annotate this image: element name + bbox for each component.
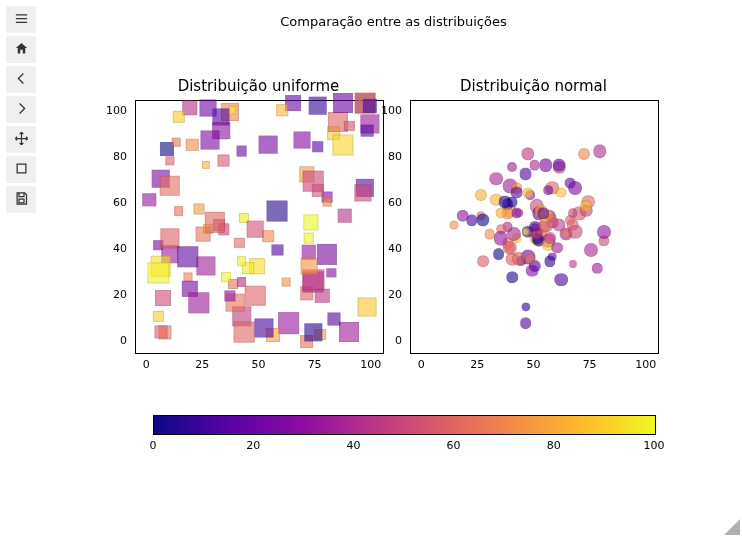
data-point: [493, 231, 508, 246]
data-point: [580, 200, 592, 212]
data-point: [217, 154, 230, 167]
data-point: [199, 99, 216, 116]
figure: Comparação entre as distribuições Distri…: [45, 0, 742, 537]
svg-rect-1: [19, 199, 24, 203]
data-point: [339, 322, 359, 342]
resize-grip[interactable]: [724, 519, 740, 535]
data-point: [548, 213, 557, 222]
data-point: [521, 303, 530, 312]
x-tick: 75: [308, 358, 322, 371]
data-point: [556, 187, 567, 198]
x-tick: 75: [583, 358, 597, 371]
subplot-normal[interactable]: [410, 100, 659, 354]
menu-button[interactable]: [6, 6, 36, 33]
data-point: [159, 176, 179, 196]
data-point: [233, 322, 254, 343]
data-point: [272, 244, 283, 255]
data-point: [475, 189, 487, 201]
data-point: [148, 262, 169, 283]
data-point: [247, 221, 264, 238]
data-point: [522, 228, 530, 236]
data-point: [519, 168, 532, 181]
data-point: [221, 272, 231, 282]
data-point: [344, 121, 354, 131]
x-tick: 100: [360, 358, 381, 371]
data-point: [278, 312, 300, 334]
data-point: [562, 230, 570, 238]
subplot2-title: Distribuição normal: [410, 77, 657, 95]
data-point: [294, 131, 311, 148]
data-point: [193, 203, 204, 214]
data-point: [510, 186, 523, 199]
x-tick: 0: [418, 358, 425, 371]
data-point: [520, 317, 532, 329]
data-point: [245, 285, 266, 306]
data-point: [259, 135, 278, 154]
data-point: [204, 212, 224, 232]
data-point: [172, 138, 181, 147]
forward-icon: [14, 101, 29, 119]
data-point: [201, 130, 220, 149]
save-button[interactable]: [6, 186, 36, 213]
data-point: [449, 220, 458, 229]
data-point: [165, 156, 174, 165]
save-icon: [14, 191, 29, 209]
data-point: [569, 260, 577, 268]
zoom-icon: [14, 161, 29, 179]
data-point: [544, 232, 556, 244]
data-point: [254, 318, 273, 337]
zoom-button[interactable]: [6, 156, 36, 183]
data-point: [338, 208, 353, 223]
pan-icon: [14, 131, 29, 149]
data-point: [333, 93, 353, 113]
forward-button[interactable]: [6, 96, 36, 123]
data-point: [362, 98, 376, 112]
data-point: [507, 227, 521, 241]
home-button[interactable]: [6, 36, 36, 63]
x-tick: 50: [527, 358, 541, 371]
data-point: [521, 147, 534, 160]
data-point: [327, 268, 336, 277]
colorbar[interactable]: [153, 415, 656, 435]
data-point: [282, 278, 291, 287]
data-point: [511, 208, 522, 219]
data-point: [236, 146, 247, 157]
data-point: [597, 225, 611, 239]
data-point: [593, 145, 607, 159]
data-point: [539, 158, 553, 172]
pan-button[interactable]: [6, 126, 36, 153]
data-point: [315, 289, 329, 303]
data-point: [545, 256, 556, 267]
subplot-uniforme[interactable]: [135, 100, 384, 354]
data-point: [568, 224, 583, 239]
data-point: [495, 208, 506, 219]
data-point: [522, 187, 533, 198]
colorbar-tick: 60: [447, 439, 461, 452]
back-icon: [14, 71, 29, 89]
matplotlib-toolbar: [6, 6, 36, 213]
data-point: [361, 124, 374, 137]
data-point: [323, 197, 332, 206]
data-point: [263, 230, 275, 242]
data-point: [305, 324, 322, 341]
data-point: [490, 172, 504, 186]
data-point: [477, 255, 489, 267]
back-button[interactable]: [6, 66, 36, 93]
data-point: [188, 292, 209, 313]
data-point: [186, 138, 198, 150]
data-point: [531, 223, 539, 231]
colorbar-tick: 80: [547, 439, 561, 452]
data-point: [303, 171, 324, 192]
data-point: [317, 244, 337, 264]
data-point: [153, 311, 163, 321]
data-point: [276, 104, 288, 116]
data-point: [332, 134, 353, 155]
x-tick: 25: [470, 358, 484, 371]
data-point: [196, 256, 215, 275]
data-point: [555, 273, 569, 287]
data-point: [202, 161, 210, 169]
data-point: [309, 96, 328, 115]
x-tick: 100: [635, 358, 656, 371]
data-point: [553, 159, 566, 172]
colorbar-tick: 40: [346, 439, 360, 452]
